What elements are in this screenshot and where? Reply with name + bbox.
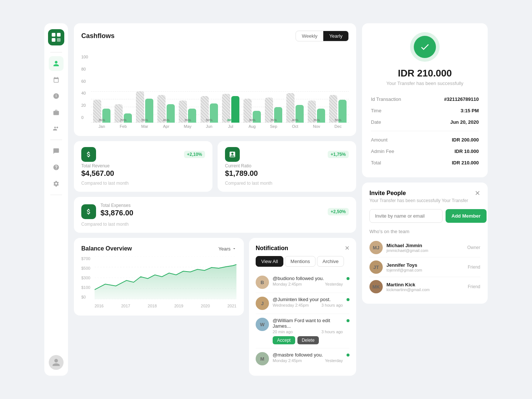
receipt-row-time: Time 3:15 PM — [371, 105, 479, 116]
notif-close-btn[interactable]: ✕ — [345, 245, 349, 252]
revenue-label: Total Revenue — [81, 163, 205, 168]
receipt-divider — [371, 131, 479, 131]
bar-apr: 45% — [156, 95, 177, 123]
receipt-row-date: Date Jun 20, 2020 — [371, 116, 479, 128]
invite-close-btn[interactable]: ✕ — [475, 190, 480, 197]
notif-item: J @Juminten liked your post. Wednesday 2… — [256, 293, 349, 314]
notif-header: Notification ✕ — [256, 245, 349, 252]
notif-avatar-juminten: J — [256, 297, 269, 310]
svg-rect-0 — [52, 33, 55, 37]
team-email-jennifer: tojennif@gmail.com — [386, 268, 464, 272]
bar-chart: 100 80 60 40 20 0 — [81, 47, 349, 129]
notif-actions: Accept Delete — [273, 336, 343, 344]
notif-item: M @masbre followed you. Monday 2:45pm Ye… — [256, 348, 349, 369]
logo-icon — [51, 32, 61, 42]
svg-rect-3 — [57, 38, 61, 42]
svg-rect-1 — [57, 33, 61, 37]
sidebar-divider-bot — [50, 195, 62, 195]
revenue-sub: Compared to last month — [81, 181, 205, 186]
team-avatar-michael: MJ — [369, 241, 383, 254]
chart-main: 35% 20% 55% — [91, 91, 349, 129]
balance-line-chart — [95, 256, 236, 299]
team-avatar-jennifer: JT — [369, 260, 383, 274]
ratio-label: Current Ratio — [225, 163, 349, 168]
accept-btn[interactable]: Accept — [273, 336, 295, 344]
balance-title: Balance Overview — [81, 245, 132, 252]
sidebar-item-message[interactable] — [49, 144, 64, 158]
right-column: IDR 210.000 Your Transfer has been succe… — [362, 23, 488, 376]
chart-x-axis: Jan Feb Mar Apr May Jun Jul Aug Sep Oct … — [91, 124, 349, 129]
invite-email-input[interactable] — [369, 209, 443, 223]
toggle-weekly[interactable]: Weekly — [296, 31, 323, 41]
team-name-jennifer: Jennifer Toys — [386, 262, 464, 268]
sidebar-item-team[interactable] — [49, 121, 64, 136]
bar-sep: 35% — [263, 98, 284, 123]
bar-dec: 55% — [327, 95, 349, 123]
ratio-value: $1,789.00 — [225, 169, 349, 178]
sidebar-item-clock[interactable] — [49, 89, 64, 103]
bar-may: 35% — [177, 100, 198, 123]
current-ratio-card: +1,75% Current Ratio $1,789.00 Compared … — [218, 141, 356, 192]
notif-avatar-budiono: B — [256, 276, 269, 289]
expenses-value: $3,876.00 — [100, 209, 133, 217]
toggle-yearly[interactable]: Yearly — [323, 31, 348, 41]
team-name-michael: Michael Jimmin — [386, 243, 464, 248]
receipt-row-total: Total IDR 210.000 — [371, 157, 479, 168]
bottom-row: Balance Overview Years $700 $500 $300 $1… — [74, 238, 356, 376]
years-filter-btn[interactable]: Years — [218, 246, 236, 252]
sidebar-item-calendar[interactable] — [49, 72, 64, 87]
sidebar-logo — [48, 29, 64, 45]
bar-nov: 35% — [306, 100, 327, 123]
chart-y-axis: 100 80 60 40 20 0 — [81, 55, 88, 129]
notif-avatar-masbre: M — [256, 352, 269, 365]
receipt-subtitle: Your Transfer has been successfully — [371, 81, 479, 86]
delete-btn[interactable]: Delete — [297, 336, 319, 344]
invite-subtitle: Your Transfer has been successfully Your… — [369, 198, 480, 203]
bar-oct: 40% — [284, 93, 306, 123]
metric-top-ratio: +1,75% — [225, 147, 349, 162]
expenses-badge: +2,50% — [328, 208, 349, 215]
metric-top-revenue: +2,10% — [81, 147, 205, 162]
balance-header: Balance Overview Years — [81, 245, 236, 252]
bar-jul: 60% — [220, 94, 241, 123]
avatar[interactable] — [49, 355, 64, 370]
notification-panel: Notification ✕ View All Mentions Archive… — [249, 238, 356, 376]
notif-tab-archive[interactable]: Archive — [317, 256, 344, 267]
cashflows-title: Cashflows — [81, 32, 115, 40]
svg-rect-2 — [52, 38, 55, 42]
invite-input-row: Add Member — [369, 209, 480, 223]
receipt-icon-wrap — [371, 32, 479, 62]
balance-svg-wrap — [95, 256, 236, 299]
team-avatar-martinn: MK — [369, 280, 383, 293]
add-member-btn[interactable]: Add Member — [446, 209, 487, 223]
sidebar-item-briefcase[interactable] — [49, 105, 64, 120]
team-email-martinn: kickmartinn@gmail.com — [386, 287, 464, 292]
ratio-icon — [225, 147, 240, 162]
balance-card: Balance Overview Years $700 $500 $300 $1… — [74, 238, 244, 316]
sidebar-item-users[interactable] — [49, 56, 64, 71]
notif-text-william: @William Ford want to edit James... — [273, 318, 343, 329]
receipt-row-id: Id Transaction #321126789110 — [371, 93, 479, 105]
bar-feb: 20% — [113, 104, 134, 123]
notif-dot — [347, 354, 349, 357]
sidebar-divider-mid — [50, 140, 62, 140]
sidebar-item-settings[interactable] — [49, 176, 64, 191]
revenue-icon — [81, 147, 96, 162]
notif-item: B @budiono followed you. Monday 2:45pm Y… — [256, 272, 349, 293]
notif-tab-mentions[interactable]: Mentions — [285, 256, 316, 267]
notif-tab-all[interactable]: View All — [256, 256, 283, 267]
metric-top-expenses: Total Expenses $3,876.00 +2,50% — [81, 203, 349, 220]
sidebar-item-help[interactable] — [49, 160, 64, 175]
invite-title: Invite People — [369, 190, 406, 197]
bar-jun: 50% — [198, 96, 220, 123]
bar-jan: 35% — [91, 100, 112, 123]
team-role-michael: Owner — [467, 245, 480, 250]
ratio-sub: Compared to last month — [225, 181, 349, 186]
sidebar-divider-top — [50, 52, 62, 52]
notif-text-budiono: @budiono followed you. — [273, 276, 343, 281]
total-revenue-card: +2,10% Total Revenue $4,567.00 Compared … — [74, 141, 212, 192]
revenue-badge: +2,10% — [184, 151, 205, 158]
notif-dot — [347, 319, 349, 322]
notif-dot — [347, 298, 349, 301]
bars-area: 35% 20% 55% — [91, 91, 349, 123]
